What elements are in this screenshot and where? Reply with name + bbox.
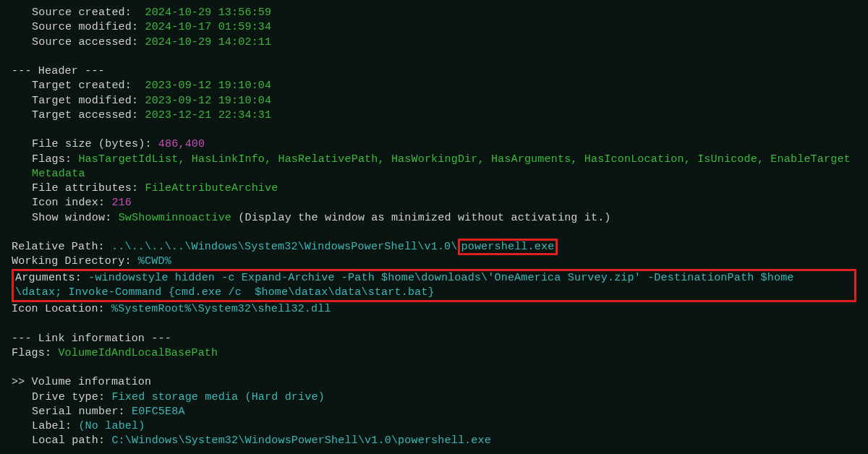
blank-line-3 [12,226,856,240]
target-created-line: Target created: 2023-09-12 19:10:04 [12,79,856,93]
source-accessed-line: Source accessed: 2024-10-29 14:02:11 [12,35,856,50]
localpath-label: Local path: [32,434,111,447]
relpath-label: Relative Path: [12,241,111,253]
filesize-line: File size (bytes): 486,400 [12,137,856,152]
relpath-highlight-box: powershell.exe [458,239,558,255]
target-accessed-value: 2023-12-21 22:34:31 [145,109,271,121]
linkinfo-title: --- Link information --- [12,332,856,346]
source-created-line: Source created: 2024-10-29 13:56:59 [12,6,856,20]
localpath-line: Local path: C:\Windows\System32\WindowsP… [12,434,856,448]
iconloc-line: Icon Location: %SystemRoot%\System32\she… [12,302,856,317]
source-created-value: 2024-10-29 13:56:59 [145,7,271,19]
relpath-line: Relative Path: ..\..\..\..\Windows\Syste… [12,240,856,254]
header-section-title: --- Header --- [12,64,856,79]
target-created-value: 2023-09-12 19:10:04 [145,80,271,92]
volinfo-title: >> Volume information [12,375,856,390]
vollabel-line: Label: (No label) [12,419,856,434]
serial-line: Serial number: E0FC5E8A [12,405,856,419]
target-accessed-label: Target accessed: [32,109,138,121]
arguments-value-2: \datax; Invoke-Command {cmd.exe /c $home… [15,286,435,299]
linkflags-value: VolumeIdAndLocalBasePath [58,347,218,359]
serial-label: Serial number: [32,406,132,418]
blank-line-1 [12,50,856,64]
flags-line: Flags: HasTargetIdList, HasLinkInfo, Has… [12,153,856,182]
source-modified-value: 2024-10-17 01:59:34 [145,21,271,33]
iconloc-value: %SystemRoot%\System32\shell32.dll [111,303,331,315]
source-created-label: Source created: [32,7,132,19]
relpath-prefix: ..\..\..\..\Windows\System32\WindowsPowe… [111,241,457,253]
showwin-desc: (Display the window as minimized without… [231,212,610,224]
workdir-label: Working Directory: [12,255,138,267]
target-modified-line: Target modified: 2023-09-12 19:10:04 [12,94,856,108]
arguments-label: Arguments: [15,272,88,284]
drivetype-label: Drive type: [32,391,111,403]
showwin-line: Show window: SwShowminnoactive (Display … [12,211,856,226]
arguments-highlight-box: Arguments: -windowstyle hidden -c Expand… [12,269,856,303]
flags-value: HasTargetIdList, HasLinkInfo, HasRelativ… [32,153,851,180]
serial-value: E0FC5E8A [132,406,185,418]
source-accessed-label: Source accessed: [32,36,138,48]
linkflags-label: Flags: [12,347,58,359]
fileattr-value: FileAttributeArchive [145,182,278,194]
flags-label: Flags: [32,153,78,166]
blank-line-4 [12,317,856,331]
blank-line-2 [12,123,856,137]
source-accessed-value: 2024-10-29 14:02:11 [145,36,271,48]
iconidx-value: 216 [111,197,132,209]
arguments-line-2: \datax; Invoke-Command {cmd.exe /c $home… [15,286,853,300]
fileattr-line: File attributes: FileAttributeArchive [12,181,856,196]
workdir-value: %CWD% [138,255,171,267]
iconidx-line: Icon index: 216 [12,196,856,210]
linkflags-line: Flags: VolumeIdAndLocalBasePath [12,346,856,361]
filesize-label: File size (bytes): [32,138,158,150]
workdir-line: Working Directory: %CWD% [12,254,856,269]
relpath-highlight-text: powershell.exe [461,241,555,253]
vollabel-label: Label: [32,420,78,432]
vollabel-value: (No label) [78,420,145,432]
target-accessed-line: Target accessed: 2023-12-21 22:34:31 [12,108,856,123]
iconloc-label: Icon Location: [12,303,111,315]
target-modified-label: Target modified: [32,95,138,107]
showwin-value: SwShowminnoactive [119,212,231,224]
showwin-label: Show window: [32,212,119,224]
blank-line-5 [12,361,856,375]
fileattr-label: File attributes: [32,182,145,194]
filesize-value: 486,400 [158,138,205,150]
iconidx-label: Icon index: [32,197,111,209]
arguments-value-1: -windowstyle hidden -c Expand-Archive -P… [88,272,793,284]
source-modified-label: Source modified: [32,21,138,33]
localpath-value: C:\Windows\System32\WindowsPowerShell\v1… [111,434,490,447]
target-modified-value: 2023-09-12 19:10:04 [145,95,271,107]
source-modified-line: Source modified: 2024-10-17 01:59:34 [12,20,856,35]
arguments-line-1: Arguments: -windowstyle hidden -c Expand… [15,271,853,286]
drivetype-line: Drive type: Fixed storage media (Hard dr… [12,390,856,405]
target-created-label: Target created: [32,80,132,92]
drivetype-value: Fixed storage media (Hard drive) [111,391,324,403]
